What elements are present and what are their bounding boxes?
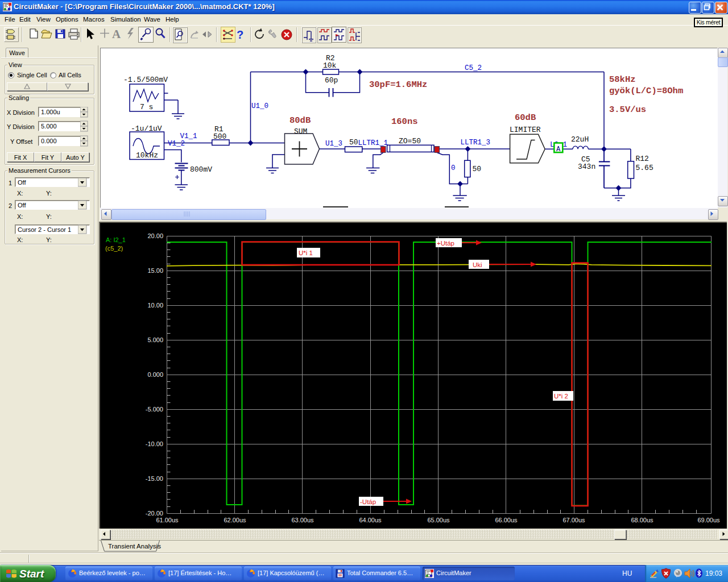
svg-text:A: A [112, 27, 121, 41]
svg-text:3.5V/us: 3.5V/us [609, 105, 646, 115]
svg-text:Uki: Uki [473, 261, 482, 268]
svg-text:64.00us: 64.00us [359, 517, 382, 523]
svg-text:-20.00: -20.00 [146, 510, 163, 517]
svg-text:0.000: 0.000 [147, 371, 163, 378]
svg-text:Transient Analysis: Transient Analysis [108, 543, 161, 550]
svg-text:15.00: 15.00 [147, 267, 163, 274]
svg-text:A: I2_1: A: I2_1 [106, 236, 126, 243]
svg-text:-1.5/500mV: -1.5/500mV [123, 76, 168, 84]
svg-text:LLTR1_1: LLTR1_1 [358, 139, 388, 147]
svg-text:-Utáp: -Utáp [360, 498, 376, 505]
svg-text:66.00us: 66.00us [495, 517, 518, 523]
svg-text:U*i 2: U*i 2 [554, 393, 568, 400]
svg-text:69.00us: 69.00us [697, 517, 720, 523]
svg-text:800mV: 800mV [190, 165, 212, 174]
svg-text:10.00: 10.00 [147, 302, 163, 309]
svg-text:50: 50 [473, 165, 482, 173]
svg-text:61.00us: 61.00us [156, 517, 179, 523]
svg-text:60dB: 60dB [515, 113, 536, 123]
svg-text:10kHz: 10kHz [136, 151, 158, 160]
svg-text:LIMITER: LIMITER [510, 126, 541, 134]
svg-text:68.00us: 68.00us [631, 517, 653, 523]
svg-text:+Utáp: +Utáp [437, 240, 454, 247]
svg-text:U*i 1: U*i 1 [299, 250, 313, 256]
svg-text:7 s: 7 s [140, 103, 153, 111]
svg-text:?: ? [237, 28, 243, 41]
svg-text:65.00us: 65.00us [427, 517, 450, 523]
svg-text:U1_3: U1_3 [325, 140, 342, 148]
svg-text:22uH: 22uH [571, 135, 589, 144]
svg-text:SUM: SUM [294, 127, 307, 136]
svg-text:63.00us: 63.00us [291, 517, 314, 523]
svg-text:C5_2: C5_2 [465, 64, 482, 72]
svg-text:A: A [556, 146, 561, 153]
svg-text:(c5_2): (c5_2) [105, 245, 123, 252]
svg-text:gyök(L/C)=8Ohm: gyök(L/C)=8Ohm [609, 86, 683, 96]
svg-text:LLTR1_3: LLTR1_3 [461, 139, 491, 147]
svg-text:V1_2: V1_2 [168, 140, 185, 148]
svg-text:80dB: 80dB [289, 115, 311, 126]
svg-text:5.000: 5.000 [147, 336, 163, 343]
svg-text:20.00: 20.00 [147, 232, 163, 239]
svg-text:ZO=50: ZO=50 [399, 137, 421, 146]
svg-text:-15.00: -15.00 [146, 475, 163, 482]
svg-text:50: 50 [349, 138, 358, 147]
svg-text:R12: R12 [636, 155, 649, 163]
svg-text:-5.000: -5.000 [146, 406, 163, 413]
svg-text:160ns: 160ns [391, 117, 418, 127]
svg-text:58kHz: 58kHz [609, 74, 636, 85]
svg-text:500: 500 [213, 132, 226, 141]
svg-text:0: 0 [451, 164, 456, 172]
svg-text:67.00us: 67.00us [562, 517, 585, 523]
svg-text:60p: 60p [325, 76, 338, 85]
svg-text:-1u/1uV: -1u/1uV [131, 124, 162, 133]
svg-text:30pF=1.6MHz: 30pF=1.6MHz [369, 80, 427, 90]
svg-text:343n: 343n [578, 163, 595, 171]
svg-text:5.65: 5.65 [636, 164, 653, 172]
svg-text:62.00us: 62.00us [224, 517, 246, 523]
svg-text:U1_0: U1_0 [251, 102, 268, 110]
svg-text:-10.00: -10.00 [146, 440, 163, 447]
svg-text:10k: 10k [323, 61, 337, 70]
